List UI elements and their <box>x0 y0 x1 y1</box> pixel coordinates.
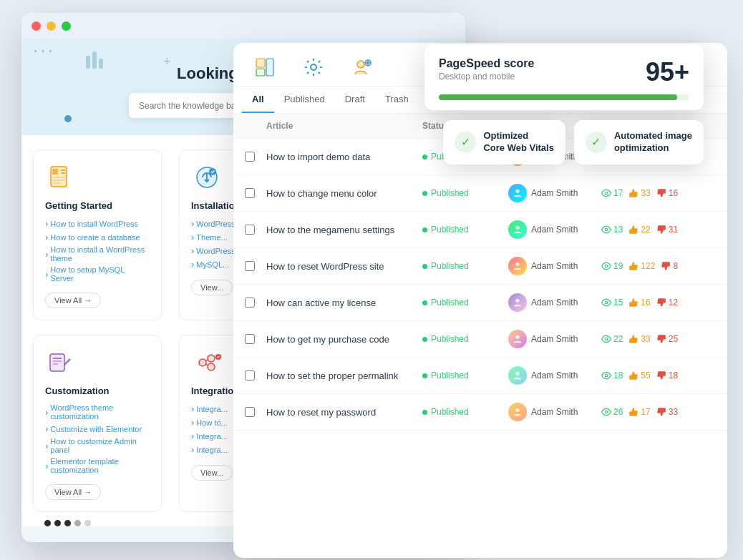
status-badge: Published <box>422 188 508 198</box>
author-cell: Adam Smith <box>508 184 601 202</box>
svg-point-40 <box>605 374 608 377</box>
article-title: How can active my license <box>266 298 422 308</box>
filter-tab-published[interactable]: Published <box>274 87 335 113</box>
author-cell: Adam Smith <box>508 220 601 239</box>
avatar <box>508 330 527 348</box>
table-row: How can active my license Published Adam… <box>233 285 727 321</box>
filter-tab-draft[interactable]: Draft <box>335 87 375 113</box>
status-dot <box>422 337 427 342</box>
status-badge: Published <box>422 261 508 271</box>
author-cell: Adam Smith <box>508 330 601 348</box>
icon-tab-gear[interactable] <box>291 49 336 86</box>
pagespeed-top: PageSpeed score Desktop and mobile 95+ <box>439 57 689 87</box>
views-icon: 26 <box>601 407 623 417</box>
row-checkbox[interactable] <box>245 298 255 308</box>
gs-link-3[interactable]: How to install a WordPress theme <box>45 245 150 262</box>
filter-tab-all[interactable]: All <box>242 87 274 113</box>
article-title: How to the megamenu settings <box>266 225 422 235</box>
inst-view-all[interactable]: View... <box>191 280 233 295</box>
table-row: How to set the proper permalink Publishe… <box>233 358 727 394</box>
pagespeed-title: PageSpeed score <box>439 57 534 70</box>
icon-tab-1[interactable] <box>242 49 288 86</box>
hero-bars-deco <box>86 51 103 69</box>
cust-view-all[interactable]: View All → <box>45 484 101 500</box>
integration-icon <box>191 347 223 378</box>
cust-link-2[interactable]: Customize with Elementor <box>45 423 150 434</box>
cust-link-3[interactable]: How to customize Admin panel <box>45 437 150 454</box>
check-icon-1: ✓ <box>461 135 470 149</box>
status-badge: Published <box>422 370 508 380</box>
views-icon: 13 <box>601 225 623 235</box>
customization-title: Customization <box>45 385 150 396</box>
svg-point-35 <box>515 299 519 303</box>
svg-line-17 <box>206 364 208 365</box>
row-checkbox[interactable] <box>245 407 255 417</box>
gs-view-all[interactable]: View All → <box>45 293 101 308</box>
row-checkbox[interactable] <box>245 152 255 162</box>
avatar <box>508 403 527 421</box>
status-dot <box>422 410 427 415</box>
row-checkbox[interactable] <box>245 188 255 198</box>
pagespeed-card: PageSpeed score Desktop and mobile 95+ <box>424 44 704 110</box>
table-row: How to reset WordPress site Published Ad… <box>233 248 727 285</box>
likes-icon: 122 <box>628 261 655 271</box>
int-view-all[interactable]: View... <box>191 465 233 481</box>
gs-link-4[interactable]: How to setup MySQL Server <box>45 265 150 283</box>
status-dot <box>422 300 427 305</box>
avatar <box>508 220 527 239</box>
row-checkbox[interactable] <box>245 370 255 380</box>
svg-point-30 <box>605 192 608 195</box>
core-web-vitals-icon: ✓ <box>455 132 476 153</box>
likes-icon: 17 <box>628 407 650 417</box>
titlebar <box>21 13 465 39</box>
maximize-dot[interactable] <box>62 21 71 31</box>
row-checkbox[interactable] <box>245 334 255 344</box>
dislikes-icon: 31 <box>656 225 678 235</box>
author-cell: Adam Smith <box>508 366 601 385</box>
cust-link-4[interactable]: Elementor template customization <box>45 457 150 474</box>
svg-line-16 <box>206 360 208 361</box>
perf-cell: 19 122 8 <box>601 261 716 271</box>
perf-cell: 17 33 16 <box>601 188 716 198</box>
hero-small-dot-deco <box>64 115 72 122</box>
gs-link-2[interactable]: How to create a database <box>45 232 150 242</box>
dislikes-icon: 18 <box>656 370 678 380</box>
table-row: How to change menu color Published Adam … <box>233 175 727 212</box>
pagespeed-score: 95+ <box>646 57 689 87</box>
svg-point-29 <box>515 190 519 193</box>
svg-point-14 <box>208 355 215 362</box>
avatar <box>508 184 527 202</box>
table-row: How to get my purchase code Published Ad… <box>233 321 727 358</box>
pagespeed-subtitle: Desktop and mobile <box>439 72 534 82</box>
status-badge: Published <box>422 225 508 235</box>
minimize-dot[interactable] <box>47 21 56 31</box>
filter-tab-trash[interactable]: Trash <box>375 87 419 113</box>
likes-icon: 22 <box>628 225 650 235</box>
getting-started-card: Getting Started How to install WordPress… <box>33 149 162 320</box>
status-badge: Published <box>422 298 508 308</box>
status-dot <box>422 227 427 232</box>
cust-link-1[interactable]: WordPress theme customization <box>45 403 150 421</box>
getting-started-icon <box>45 162 77 193</box>
svg-point-32 <box>605 228 608 231</box>
bottom-dots-deco <box>44 520 91 526</box>
close-dot[interactable] <box>31 21 41 31</box>
svg-point-39 <box>515 372 519 375</box>
gs-link-1[interactable]: How to install WordPress <box>45 218 150 229</box>
svg-rect-20 <box>256 69 265 76</box>
dislikes-icon: 12 <box>656 298 678 308</box>
row-checkbox[interactable] <box>245 261 255 271</box>
svg-point-31 <box>515 226 519 230</box>
progress-bar-bg <box>439 94 689 100</box>
row-checkbox[interactable] <box>245 225 255 235</box>
icon-tab-user[interactable] <box>339 49 385 86</box>
author-cell: Adam Smith <box>508 293 601 312</box>
dislikes-icon: 25 <box>656 334 678 344</box>
views-icon: 19 <box>601 261 623 271</box>
likes-icon: 55 <box>628 370 650 380</box>
author-cell: Adam Smith <box>508 257 601 275</box>
article-title: How to set the proper permalink <box>266 370 422 381</box>
svg-rect-21 <box>266 59 273 76</box>
dislikes-icon: 33 <box>656 407 678 417</box>
customization-icon <box>45 347 77 378</box>
